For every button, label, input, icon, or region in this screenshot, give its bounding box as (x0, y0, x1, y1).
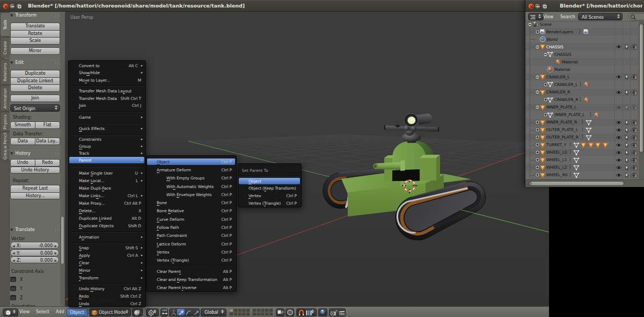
outliner-hscrollbar[interactable] (525, 179, 644, 187)
tab-physics[interactable]: Physics (0, 112, 10, 132)
layer-cell[interactable] (257, 312, 261, 316)
outliner-row-renderlayers-1[interactable]: RenderLayers| (525, 28, 638, 35)
restrict-eye-icon[interactable] (616, 74, 622, 80)
popup-item-object-keep-transform[interactable]: Object (Keep Transform) (239, 185, 300, 192)
main-resize-grip[interactable] (0, 309, 8, 317)
menu-item-game[interactable]: Game▸ (69, 114, 144, 121)
restrict-pointer-icon[interactable] (624, 164, 630, 171)
manipulator-axes-icon[interactable] (170, 309, 177, 316)
tab-tools[interactable]: Tools (0, 12, 10, 37)
restrict-pointer-icon[interactable] (624, 89, 630, 96)
layer-cell[interactable] (265, 308, 269, 312)
close-button[interactable] (3, 3, 9, 9)
menu-item-with-empty-groups[interactable]: With Empty GroupsCtrl P (147, 175, 235, 182)
maximize-button[interactable] (16, 3, 22, 9)
restrict-camera-icon[interactable] (631, 104, 638, 111)
button-smooth[interactable]: Smooth (10, 121, 35, 129)
outliner-vscrollbar[interactable] (639, 21, 644, 179)
manipulator-rotate-icon[interactable] (185, 309, 192, 316)
menu-item-redo[interactable]: RedoShift Ctrl Z (69, 293, 144, 300)
header-menu-object[interactable]: Object (67, 308, 87, 316)
menu-item-clear-parent-inverse[interactable]: Clear Parent InverseAlt P (147, 284, 235, 291)
slider-right-arrow-icon[interactable]: ▶ (54, 244, 57, 248)
outliner-row-material-6[interactable]: Material (525, 66, 638, 73)
manipulator-scale-icon[interactable] (193, 309, 200, 316)
restrict-pointer-icon[interactable] (624, 134, 630, 141)
menu-item-duplicate-objects[interactable]: Duplicate ObjectsShift D (69, 222, 144, 229)
menu-item-lattice-deform[interactable]: Lattice DeformCtrl P (147, 241, 235, 248)
expander-minus-icon[interactable] (528, 22, 532, 27)
restrict-eye-icon[interactable] (616, 172, 622, 178)
menu-item-clear[interactable]: Clear▸ (69, 260, 144, 266)
orientation-dropdown[interactable]: Global▲▼ (201, 308, 226, 316)
maximize-button[interactable] (541, 3, 547, 9)
outliner-row-material-5[interactable]: Material (525, 58, 638, 66)
menu-item-undo-history[interactable]: Undo HistoryCtrl Alt Z (69, 285, 144, 292)
panel-drag-dots[interactable] (55, 61, 60, 64)
layer-cell[interactable] (261, 308, 265, 312)
layer-cell[interactable] (238, 312, 242, 316)
popup-item-vertex-triangle[interactable]: Vertex (Triangle)Ctrl P (239, 200, 300, 207)
restrict-pointer-icon[interactable] (624, 142, 630, 148)
restrict-eye-icon[interactable] (616, 89, 622, 96)
button-data-lay[interactable]: Data Lay... (35, 138, 61, 145)
outliner-row-outer-plate-l-14[interactable]: OUTER_PLATE_L| (525, 126, 638, 134)
outliner-hscrollbar-thumb[interactable] (529, 181, 624, 186)
layer-cell[interactable] (257, 308, 261, 312)
slider-right-arrow-icon[interactable]: ▶ (54, 258, 57, 262)
snap-magnet-icon[interactable] (298, 309, 305, 316)
panel-drag-dots[interactable] (55, 228, 60, 231)
restrict-camera-icon[interactable] (631, 44, 638, 50)
button-duplicate-linked[interactable]: Duplicate Linked (10, 77, 60, 85)
restrict-camera-icon[interactable] (631, 74, 638, 80)
restrict-eye-icon[interactable] (616, 104, 622, 111)
minimize-button[interactable] (9, 3, 15, 9)
restrict-eye-icon[interactable] (616, 134, 622, 141)
menu-item-clear-parent[interactable]: Clear ParentAlt P (147, 268, 235, 275)
menu-item-group[interactable]: Group▸ (69, 143, 144, 150)
menu-item-bone-relative[interactable]: Bone RelativeCtrl P (147, 207, 235, 214)
menu-item-make-links[interactable]: Make Links...Ctrl L▸ (69, 192, 144, 199)
outliner-resize-grip[interactable] (525, 179, 533, 187)
menu-item-curve-deform[interactable]: Curve DeformCtrl P (147, 216, 235, 223)
menu-item-follow-path[interactable]: Follow PathCtrl P (147, 224, 235, 231)
outliner-row-wheel-l2-19[interactable]: WHEEL_L2| (525, 164, 638, 171)
layer-cell[interactable] (229, 308, 233, 312)
menu-item-join[interactable]: JoinCtrl J (69, 102, 144, 109)
restrict-eye-icon[interactable] (616, 44, 622, 50)
restrict-pointer-icon[interactable] (624, 127, 630, 133)
menu-item-undo[interactable]: UndoCtrl Z (69, 300, 144, 307)
restrict-camera-icon[interactable] (631, 172, 638, 178)
outliner-row-outer-plate-r-15[interactable]: OUTER_PLATE_R| (525, 134, 638, 141)
tab-animation[interactable]: Animation (0, 85, 10, 111)
restrict-camera-icon[interactable] (631, 157, 638, 163)
restrict-pointer-icon[interactable] (624, 149, 630, 156)
layer-cell[interactable] (233, 308, 238, 312)
opengl-render-anim-icon[interactable] (338, 309, 346, 316)
button-undo[interactable]: Undo (10, 159, 35, 167)
restrict-eye-icon[interactable] (616, 142, 622, 148)
restrict-pointer-icon[interactable] (624, 119, 630, 126)
menu-item-with-automatic-weights[interactable]: With Automatic WeightsCtrl P (147, 183, 235, 190)
panel-header-edit[interactable]: ▼Edit (10, 60, 24, 65)
panel-header-translate-operator[interactable]: ▼Translate (10, 227, 35, 232)
panel-drag-dots[interactable] (55, 14, 60, 17)
button-redo[interactable]: Redo (35, 159, 61, 167)
manipulator-translate-icon[interactable] (178, 309, 185, 316)
tab-relations[interactable]: Relations (0, 59, 10, 85)
outliner-row-inner-plate-l-12[interactable]: INNER_PLATE_L| (525, 111, 638, 119)
header-menu-add[interactable]: Add (56, 309, 64, 314)
tab-create[interactable]: Create (0, 37, 10, 59)
button-data[interactable]: Data (10, 138, 35, 145)
slider-vector-z[interactable]: ◀Z:0.000▶ (10, 256, 59, 263)
button-undo-history[interactable]: Undo History (10, 167, 60, 174)
menu-item-parent[interactable]: Parent▸ (69, 157, 144, 164)
slider-left-arrow-icon[interactable]: ◀ (12, 251, 15, 255)
button-join[interactable]: Join (10, 95, 60, 102)
button-mirror[interactable]: Mirror (10, 47, 60, 55)
restrict-camera-icon[interactable] (631, 89, 638, 96)
menu-item-quick-effects[interactable]: Quick Effects▸ (69, 125, 144, 132)
menu-item-transfer-mesh-data-layout[interactable]: Transfer Mesh Data Layout (69, 88, 144, 95)
menu-item-show-hide[interactable]: Show/Hide▸ (69, 69, 144, 76)
outliner-row-crawler-l-7[interactable]: CRAWLER_L (525, 73, 638, 81)
